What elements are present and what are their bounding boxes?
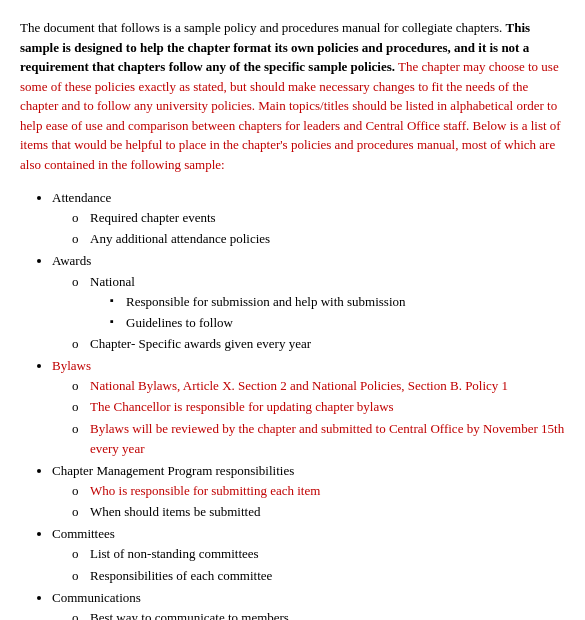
- list-item-label: Bylaws: [52, 358, 91, 373]
- list-item: Bylaws National Bylaws, Article X. Secti…: [52, 356, 565, 459]
- circle-list: Required chapter events Any additional a…: [52, 208, 565, 249]
- list-item: When should items be submitted: [72, 502, 565, 522]
- list-item: Attendance Required chapter events Any a…: [52, 188, 565, 249]
- circle-list: National Bylaws, Article X. Section 2 an…: [52, 376, 565, 459]
- list-item: The Chancellor is responsible for updati…: [72, 397, 565, 417]
- list-item-label: Committees: [52, 526, 115, 541]
- list-item-label: Who is responsible for submitting each i…: [90, 483, 320, 498]
- list-item: Required chapter events: [72, 208, 565, 228]
- list-item-label: Responsible for submission and help with…: [126, 294, 406, 309]
- circle-list: List of non-standing committees Responsi…: [52, 544, 565, 585]
- list-item: Best way to communicate to members: [72, 608, 565, 620]
- square-list: Responsible for submission and help with…: [90, 292, 565, 333]
- list-item: National Responsible for submission and …: [72, 272, 565, 333]
- list-item-label: National Bylaws, Article X. Section 2 an…: [90, 378, 508, 393]
- list-item: Responsible for submission and help with…: [110, 292, 565, 312]
- list-item-label: Awards: [52, 253, 91, 268]
- list-item-label: Chapter- Specific awards given every yea…: [90, 336, 311, 351]
- list-item: Any additional attendance policies: [72, 229, 565, 249]
- intro-paragraph: The document that follows is a sample po…: [20, 18, 565, 174]
- list-item-label: List of non-standing committees: [90, 546, 259, 561]
- list-item-label: Best way to communicate to members: [90, 610, 289, 620]
- list-item-label: Required chapter events: [90, 210, 216, 225]
- list-item-label: Attendance: [52, 190, 111, 205]
- list-item-label: Guidelines to follow: [126, 315, 233, 330]
- list-item-label: Chapter Management Program responsibilit…: [52, 463, 294, 478]
- circle-list: National Responsible for submission and …: [52, 272, 565, 355]
- list-item-label: Responsibilities of each committee: [90, 568, 272, 583]
- intro-text-1: The document that follows is a sample po…: [20, 20, 506, 35]
- list-item-label: Bylaws will be reviewed by the chapter a…: [90, 421, 564, 456]
- list-item: Communications Best way to communicate t…: [52, 588, 565, 620]
- list-item-label: National: [90, 274, 135, 289]
- list-item: Bylaws will be reviewed by the chapter a…: [72, 419, 565, 459]
- main-list: Attendance Required chapter events Any a…: [20, 188, 565, 620]
- list-item: Chapter Management Program responsibilit…: [52, 461, 565, 522]
- list-item: Who is responsible for submitting each i…: [72, 481, 565, 501]
- list-item: Responsibilities of each committee: [72, 566, 565, 586]
- list-item: Chapter- Specific awards given every yea…: [72, 334, 565, 354]
- circle-list: Who is responsible for submitting each i…: [52, 481, 565, 522]
- circle-list: Best way to communicate to members Distr…: [52, 608, 565, 620]
- list-item: List of non-standing committees: [72, 544, 565, 564]
- list-item-label: When should items be submitted: [90, 504, 260, 519]
- list-item: Awards National Responsible for submissi…: [52, 251, 565, 354]
- list-item-label: Communications: [52, 590, 141, 605]
- list-item: National Bylaws, Article X. Section 2 an…: [72, 376, 565, 396]
- list-item: Guidelines to follow: [110, 313, 565, 333]
- list-item-label: Any additional attendance policies: [90, 231, 270, 246]
- list-item: Committees List of non-standing committe…: [52, 524, 565, 585]
- intro-text-red: The chapter may choose to use some of th…: [20, 59, 561, 172]
- list-item-label: The Chancellor is responsible for updati…: [90, 399, 394, 414]
